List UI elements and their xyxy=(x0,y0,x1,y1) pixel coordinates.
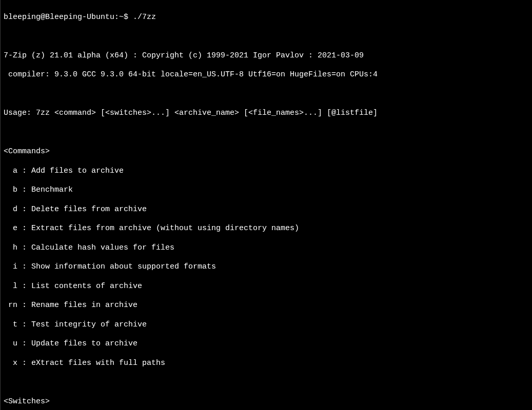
command-item: u : Update files to archive xyxy=(4,339,529,349)
blank-line xyxy=(4,128,529,138)
prompt-cwd: ~ xyxy=(119,13,124,22)
switches-header: <Switches> xyxy=(4,397,529,407)
header-line-1: 7-Zip (z) 21.01 alpha (x64) : Copyright … xyxy=(4,51,529,61)
prompt-user-host: bleeping@Bleeping-Ubuntu xyxy=(4,13,114,22)
prompt-suffix: $ xyxy=(124,13,128,22)
header-line-2: compiler: 9.3.0 GCC 9.3.0 64-bit locale=… xyxy=(4,70,529,80)
usage-line: Usage: 7zz <command> [<switches>...] <ar… xyxy=(4,109,529,118)
prompt-separator: : xyxy=(114,13,119,22)
command-item: h : Calculate hash values for files xyxy=(4,243,529,253)
blank-line xyxy=(4,378,529,387)
blank-line xyxy=(4,90,529,99)
command-item: i : Show information about supported for… xyxy=(4,262,529,272)
terminal-window[interactable]: bleeping@Bleeping-Ubuntu:~$ ./7zz 7-Zip … xyxy=(0,0,532,410)
command-item: x : eXtract files with full paths xyxy=(4,359,529,368)
prompt-line: bleeping@Bleeping-Ubuntu:~$ ./7zz xyxy=(4,12,529,23)
command-item: l : List contents of archive xyxy=(4,282,529,292)
blank-line xyxy=(4,32,529,42)
command-item: e : Extract files from archive (without … xyxy=(4,224,529,234)
command-entered: ./7zz xyxy=(133,13,156,22)
command-item: rn : Rename files in archive xyxy=(4,301,529,311)
command-item: b : Benchmark xyxy=(4,186,529,195)
commands-header: <Commands> xyxy=(4,147,529,157)
command-item: d : Delete files from archive xyxy=(4,205,529,215)
command-item: a : Add files to archive xyxy=(4,167,529,176)
command-item: t : Test integrity of archive xyxy=(4,320,529,330)
